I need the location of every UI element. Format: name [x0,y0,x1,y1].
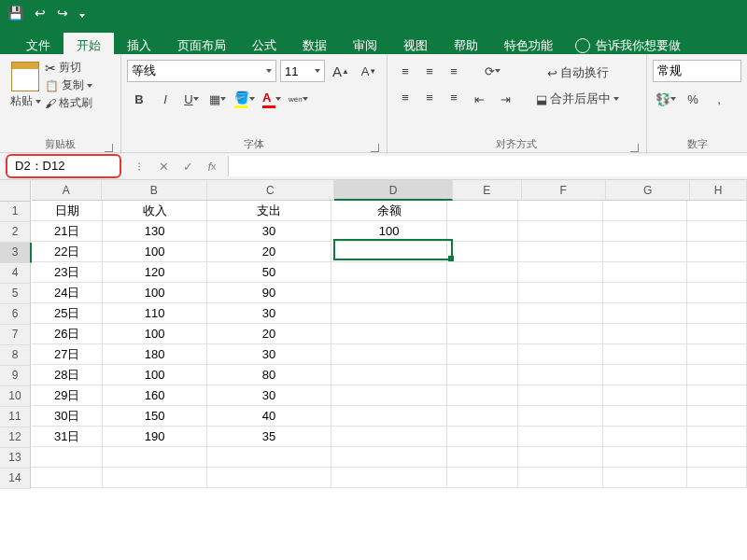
cell-C11[interactable]: 40 [207,406,331,427]
cell-H13[interactable] [687,447,747,468]
italic-button[interactable]: I [153,88,177,110]
cell-D10[interactable] [331,385,448,406]
row-header-9[interactable]: 9 [0,366,31,386]
cell-H4[interactable] [687,262,747,283]
row-header-3[interactable]: 3 [0,243,32,263]
cell-E1[interactable] [447,201,517,221]
cell-H11[interactable] [687,406,747,427]
font-dialog-icon[interactable] [371,144,379,152]
cell-G8[interactable] [603,344,688,365]
cell-B10[interactable]: 160 [103,385,207,406]
align-top-icon[interactable]: ≡ [393,60,417,82]
formula-input[interactable] [228,156,747,176]
row-header-6[interactable]: 6 [0,304,31,325]
font-size-select[interactable]: 11 [280,60,325,82]
cell-B4[interactable]: 120 [103,262,207,283]
col-header-H[interactable]: H [690,180,747,201]
cell-A2[interactable]: 21日 [32,221,103,242]
align-bottom-icon[interactable]: ≡ [442,60,466,82]
cell-B14[interactable] [103,468,207,488]
cell-D7[interactable] [331,324,448,344]
row-header-12[interactable]: 12 [0,427,31,448]
row-header-1[interactable]: 1 [0,202,31,222]
cell-C3[interactable]: 20 [207,242,331,262]
cell-E12[interactable] [447,427,517,447]
accounting-format-button[interactable]: 💱 [653,88,679,110]
align-center-icon[interactable]: ≡ [417,86,442,108]
row-header-4[interactable]: 4 [0,263,31,284]
cell-E4[interactable] [447,262,517,283]
cell-F11[interactable] [518,406,603,427]
cell-B2[interactable]: 130 [103,221,207,242]
cell-F7[interactable] [518,324,603,344]
decrease-indent-icon[interactable]: ⇤ [468,88,492,110]
cell-A8[interactable]: 27日 [32,344,103,365]
cell-F10[interactable] [518,385,603,406]
paste-icon[interactable] [11,62,39,91]
decrease-font-icon[interactable]: A▼ [357,60,381,82]
cell-H3[interactable] [687,242,747,262]
font-name-select[interactable]: 等线 [127,60,276,82]
cell-A13[interactable] [32,447,103,468]
cell-E9[interactable] [447,365,517,385]
cell-E13[interactable] [447,447,517,468]
cell-G7[interactable] [603,324,688,344]
cell-A5[interactable]: 24日 [32,283,103,303]
cell-F3[interactable] [518,242,603,262]
cut-button[interactable]: ✂剪切 [45,60,92,76]
col-header-D[interactable]: D [334,180,453,201]
qat-customize-icon[interactable] [79,6,85,21]
cell-A12[interactable]: 31日 [32,427,103,447]
cell-H2[interactable] [687,221,747,242]
increase-indent-icon[interactable]: ⇥ [494,88,518,110]
wrap-text-button[interactable]: ↩自动换行 [524,62,632,84]
cell-C12[interactable]: 35 [207,427,331,447]
orientation-button[interactable]: ⟳ [468,60,518,82]
cell-B9[interactable]: 100 [103,365,207,385]
cell-C13[interactable] [207,447,331,468]
cell-E5[interactable] [447,283,517,303]
cell-F12[interactable] [518,427,603,447]
align-middle-icon[interactable]: ≡ [417,60,442,82]
cell-A9[interactable]: 28日 [32,365,103,385]
row-header-5[interactable]: 5 [0,284,31,304]
cell-E11[interactable] [447,406,517,427]
cell-B13[interactable] [103,447,207,468]
cell-D9[interactable] [331,365,448,385]
phonetic-button[interactable]: wén [286,88,311,110]
underline-button[interactable]: U [179,88,204,110]
redo-icon[interactable]: ↪ [57,6,68,21]
cell-H5[interactable] [687,283,747,303]
border-button[interactable]: ▦ [205,88,230,110]
cell-G1[interactable] [603,201,688,221]
cell-B6[interactable]: 110 [103,303,207,324]
col-header-E[interactable]: E [453,180,522,201]
cell-D2[interactable]: 100 [331,221,448,242]
cell-H14[interactable] [687,468,747,488]
fill-color-button[interactable]: 🪣 [232,88,258,110]
cell-G14[interactable] [603,468,688,488]
name-box-input[interactable] [13,159,114,175]
cell-C14[interactable] [207,468,331,488]
cell-H8[interactable] [687,344,747,365]
row-header-8[interactable]: 8 [0,345,31,366]
cancel-formula-icon[interactable]: ✕ [151,155,176,177]
cell-F4[interactable] [518,262,603,283]
cell-D1[interactable]: 余额 [331,201,448,221]
increase-font-icon[interactable]: A▲ [329,60,353,82]
cell-F8[interactable] [518,344,603,365]
cell-C9[interactable]: 80 [207,365,331,385]
cell-C1[interactable]: 支出 [207,201,331,221]
col-header-F[interactable]: F [522,180,606,201]
row-header-2[interactable]: 2 [0,222,31,243]
enter-formula-icon[interactable]: ✓ [176,155,200,177]
cell-E10[interactable] [447,385,517,406]
cell-G6[interactable] [603,303,688,324]
cell-B8[interactable]: 180 [103,344,207,365]
fx-icon[interactable]: fx [200,155,224,177]
percent-button[interactable]: % [681,88,705,110]
cell-D5[interactable] [331,283,448,303]
select-all-corner[interactable] [0,180,31,202]
row-header-10[interactable]: 10 [0,386,31,407]
cell-A10[interactable]: 29日 [32,385,103,406]
